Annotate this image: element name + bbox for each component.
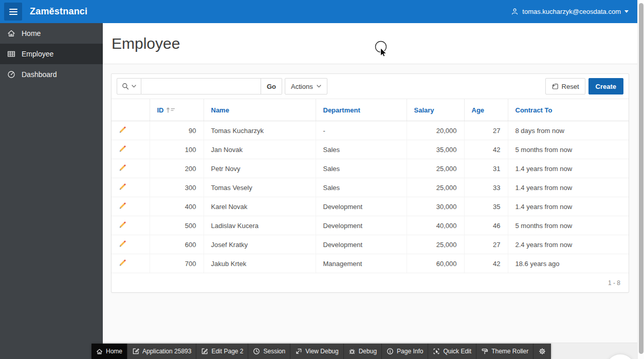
main-content: Employee (103, 23, 637, 359)
cell-department: Development (316, 216, 407, 235)
edit-row-button[interactable] (119, 240, 126, 248)
cell-id: 300 (150, 178, 204, 197)
cell-id: 700 (150, 254, 204, 273)
column-header-department[interactable]: Department (316, 99, 407, 121)
edit-row-button[interactable] (119, 164, 126, 172)
edit-row-button[interactable] (119, 202, 126, 210)
sidebar-item-dashboard[interactable]: Dashboard (0, 64, 103, 85)
devbar-home-button[interactable]: Home (91, 344, 127, 359)
devbar-debug-button[interactable]: Debug (344, 344, 382, 359)
cell-name: Ladislav Kucera (204, 216, 316, 235)
sidebar-item-label: Dashboard (22, 70, 57, 79)
application-window: Zaměstnanci tomas.kucharzyk@ceosdata.com… (0, 0, 644, 359)
devbar-quick-edit-button[interactable]: Quick Edit (428, 344, 476, 359)
cell-name: Tomas Kucharzyk (204, 121, 316, 140)
sidebar-item-employee[interactable]: Employee (0, 44, 103, 64)
cell-name: Petr Novy (204, 159, 316, 178)
pagination-label: 1 - 8 (608, 279, 620, 287)
cell-salary: 30,000 (407, 197, 464, 216)
sidebar-item-home[interactable]: Home (0, 23, 103, 44)
cell-age: 46 (464, 216, 508, 235)
cell-department: Sales (316, 178, 407, 197)
table-row: 100 Jan Novak Sales 35,000 42 5 months f… (112, 140, 629, 159)
cell-salary: 40,000 (407, 216, 464, 235)
sort-ascending-icon (166, 107, 175, 114)
developer-toolbar: Home Application 25893 Edit Page 2 Sessi… (91, 344, 551, 359)
cell-salary: 35,000 (407, 140, 464, 159)
devbar-view-debug-button[interactable]: View Debug (290, 344, 344, 359)
app-title: Zaměstnanci (30, 6, 87, 17)
go-button[interactable]: Go (261, 78, 282, 95)
pencil-icon (119, 240, 126, 248)
home-icon (7, 29, 15, 37)
cell-age: 33 (464, 178, 508, 197)
edit-row-button[interactable] (119, 221, 126, 229)
user-menu[interactable]: tomas.kucharzyk@ceosdata.com (511, 8, 629, 15)
devbar-theme-roller-button[interactable]: Theme Roller (476, 344, 533, 359)
column-header-contract-to[interactable]: Contract To (508, 99, 629, 121)
pencil-icon (119, 202, 126, 210)
pencil-icon (119, 183, 126, 191)
search-input[interactable] (141, 78, 261, 95)
column-header-age[interactable]: Age (464, 99, 508, 121)
view-debug-icon (295, 348, 302, 355)
page-title-band: Employee (103, 23, 637, 64)
edit-row-button[interactable] (119, 259, 126, 267)
reset-button[interactable]: Reset (545, 78, 585, 95)
edit-page-icon (201, 348, 208, 355)
quick-edit-icon (433, 348, 440, 355)
report-body: 90 Tomas Kucharzyk - 20,000 27 8 days fr… (112, 121, 629, 273)
cell-contract-to: 18.6 years ago (508, 254, 629, 273)
paint-roller-icon (481, 348, 488, 355)
cell-name: Jakub Krtek (204, 254, 316, 273)
edit-row-button[interactable] (119, 183, 126, 191)
bug-icon (348, 348, 356, 355)
edit-application-icon (132, 348, 139, 355)
devbar-settings-button[interactable] (533, 344, 551, 359)
cell-contract-to: 1.4 years from now (508, 159, 629, 178)
cell-age: 42 (464, 254, 508, 273)
edit-row-button[interactable] (119, 126, 126, 134)
gear-icon (538, 347, 546, 355)
actions-button[interactable]: Actions (285, 78, 327, 95)
report-toolbar: Go Actions Reset (112, 74, 629, 99)
cell-age: 27 (464, 121, 508, 140)
column-header-salary[interactable]: Salary (407, 99, 464, 121)
cell-department: Management (316, 254, 407, 273)
report-footer: 1 - 8 (112, 273, 629, 292)
cell-name: Tomas Vesely (204, 178, 316, 197)
cell-contract-to: 1.4 years from now (508, 197, 629, 216)
cell-age: 27 (464, 235, 508, 254)
pencil-icon (119, 221, 126, 229)
cell-department: Sales (316, 140, 407, 159)
devbar-page-info-button[interactable]: Page Info (382, 344, 428, 359)
gauge-icon (7, 70, 15, 79)
cell-id: 200 (150, 159, 204, 178)
cell-contract-to: 8 days from now (508, 121, 629, 140)
scrollbar[interactable] (637, 0, 644, 359)
cell-id: 100 (150, 140, 204, 159)
cell-contract-to: 5 months from now (508, 216, 629, 235)
search-icon (122, 83, 129, 90)
column-header-id[interactable]: ID (150, 99, 204, 121)
cell-id: 90 (150, 121, 204, 140)
devbar-application-button[interactable]: Application 25893 (127, 344, 196, 359)
devbar-edit-page-button[interactable]: Edit Page 2 (196, 344, 248, 359)
page-title: Employee (112, 35, 180, 52)
cell-salary: 20,000 (407, 121, 464, 140)
user-email: tomas.kucharzyk@ceosdata.com (522, 8, 621, 15)
cell-id: 500 (150, 216, 204, 235)
edit-row-button[interactable] (119, 145, 126, 153)
column-header-name[interactable]: Name (204, 99, 316, 121)
devbar-session-button[interactable]: Session (248, 344, 290, 359)
scrollbar-thumb[interactable] (639, 3, 643, 354)
create-button[interactable]: Create (588, 78, 623, 95)
hamburger-icon (9, 9, 17, 15)
menu-toggle-button[interactable] (4, 3, 22, 21)
cell-department: - (316, 121, 407, 140)
clock-icon (253, 348, 260, 355)
cell-id: 600 (150, 235, 204, 254)
info-icon (387, 348, 394, 355)
chevron-down-icon (317, 85, 321, 88)
search-column-selector-button[interactable] (117, 78, 141, 95)
